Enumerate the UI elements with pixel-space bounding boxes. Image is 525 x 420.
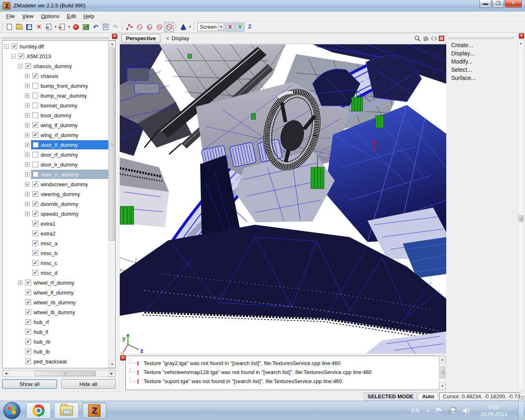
tree-item-door-rf-dummy[interactable]: +door_rf_dummy — [2, 150, 108, 160]
import-button[interactable]: ➜ — [44, 22, 54, 32]
tree-vertical-scrollbar[interactable]: ▲ ▼ — [108, 41, 115, 368]
tree-row-body[interactable]: ✔wheel_lb_dummy — [24, 308, 108, 317]
visibility-checkbox[interactable] — [32, 112, 38, 118]
command-select[interactable]: Select... — [450, 66, 515, 74]
tree-expander-icon[interactable]: − — [4, 44, 9, 49]
tree-panel-close-icon[interactable]: ✕ — [112, 34, 117, 39]
visibility-checkbox[interactable]: ✔ — [25, 329, 31, 335]
tree-expander-icon[interactable]: + — [25, 212, 30, 216]
polygons-mode-button[interactable] — [154, 22, 164, 32]
visibility-checkbox[interactable]: ✔ — [32, 211, 38, 217]
log-row[interactable]: !Texture "gray2.tga" was not found in "[… — [126, 358, 439, 368]
tree-expander-icon[interactable]: + — [25, 74, 30, 78]
visibility-checkbox[interactable]: ✔ — [25, 290, 31, 295]
combo-dropdown-icon[interactable]: ▼ — [218, 23, 224, 31]
tree-row-body[interactable]: ✔dvornik_dummy — [31, 199, 108, 208]
tree-expander-icon[interactable]: + — [18, 281, 23, 285]
tree-row-body[interactable]: ✔windscreen_dummy — [31, 180, 108, 189]
tree-item-wing-lf-dummy[interactable]: +✔wing_lf_dummy — [2, 120, 108, 130]
new-file-button[interactable] — [5, 22, 14, 32]
tree-expander-icon[interactable]: + — [25, 133, 30, 137]
visibility-checkbox[interactable]: ✔ — [25, 358, 31, 364]
save-file-button[interactable] — [24, 22, 34, 32]
show-all-button[interactable]: Show all — [2, 379, 57, 389]
visibility-checkbox[interactable]: ✔ — [32, 250, 38, 256]
script-log-button[interactable] — [100, 22, 110, 32]
tree-row-body[interactable]: bonnet_dummy — [31, 101, 108, 110]
tree-item-wing-rf-dummy[interactable]: +✔wing_rf_dummy — [2, 130, 108, 140]
visibility-checkbox[interactable]: ✔ — [32, 132, 38, 138]
tree-expander-icon[interactable]: + — [25, 84, 30, 88]
import-dropdown[interactable]: ▼ — [54, 22, 57, 32]
log-panel-close-icon[interactable]: ✕ — [120, 355, 126, 361]
tree-row-body[interactable]: ✔hub_rb — [24, 337, 108, 346]
tree-row-body[interactable]: ✔ped_backseat — [24, 357, 108, 366]
view-mode-label[interactable]: Display — [172, 35, 189, 41]
visibility-checkbox[interactable] — [33, 142, 39, 148]
tree-row-body[interactable]: ✔misc_d — [31, 268, 108, 277]
command-modify[interactable]: Modify... — [450, 57, 515, 66]
language-indicator[interactable]: EN — [411, 407, 420, 414]
taskbar-clock[interactable]: 0:15 28.09.2013 — [475, 404, 512, 418]
gizmo-dropdown[interactable]: ▼ — [188, 22, 192, 32]
tree-row-body[interactable]: door_lf_dummy — [31, 140, 108, 149]
tree-expander-icon[interactable]: + — [25, 113, 30, 118]
tree-row-body[interactable]: ✔hub_rf — [24, 317, 108, 326]
visibility-checkbox[interactable]: ✔ — [32, 191, 38, 197]
tree-item-misc-d[interactable]: ✔misc_d — [2, 268, 108, 278]
tree-expander-icon[interactable]: + — [25, 94, 30, 98]
tree-row-body[interactable]: ✔hub_lf — [24, 327, 108, 336]
material-editor-button[interactable] — [71, 22, 81, 32]
log-scrollbar[interactable]: ▲ ▼ — [439, 356, 446, 390]
tree-row-body[interactable]: ✔extra2 — [31, 229, 108, 238]
menu-view[interactable]: View — [18, 12, 37, 21]
export-dropdown[interactable]: ▼ — [67, 22, 71, 32]
visibility-checkbox[interactable] — [32, 162, 38, 167]
tree-row-body[interactable]: ✔huntley.dff — [10, 42, 108, 51]
tree-expander-icon[interactable]: + — [25, 153, 30, 157]
tree-row-body[interactable]: bump_rear_dummy — [31, 91, 108, 100]
tree-item-ped-backseat[interactable]: ✔ped_backseat — [2, 356, 108, 366]
visibility-checkbox[interactable]: ✔ — [32, 270, 38, 276]
tree-item-bump-front-dummy[interactable]: +bump_front_dummy — [2, 81, 108, 91]
tree-row-body[interactable]: ✔ped_frontseat — [24, 367, 108, 368]
volume-icon[interactable] — [462, 407, 470, 414]
tree-item-hub-rb[interactable]: ✔hub_rb — [2, 337, 108, 347]
vertices-mode-button[interactable] — [125, 22, 135, 32]
axis-z-button[interactable]: Z — [245, 23, 254, 32]
tree-row-body[interactable]: ✔wing_lf_dummy — [31, 121, 108, 130]
tree-item-bump-rear-dummy[interactable]: +bump_rear_dummy — [2, 91, 108, 100]
transform-space-combo[interactable]: Screen ▼ — [197, 23, 224, 31]
commands-scrollbar[interactable]: ▲ — [518, 39, 524, 390]
visibility-checkbox[interactable]: ✔ — [25, 280, 31, 285]
resize-grip[interactable] — [520, 396, 525, 400]
tree-item-chassis-dummy[interactable]: −✔chassis_dummy — [2, 61, 108, 71]
tree-item-extra2[interactable]: ✔extra2 — [2, 228, 108, 238]
tree-item-windscreen-dummy[interactable]: +✔windscreen_dummy — [2, 179, 108, 189]
perspective-viewport[interactable]: y z x — [120, 44, 446, 354]
visibility-checkbox[interactable]: ✔ — [32, 231, 38, 236]
tree-expander-icon[interactable]: + — [25, 103, 30, 108]
scroll-down-icon[interactable]: ▼ — [439, 383, 445, 390]
tree-row-body[interactable]: ✔wheel_rb_dummy — [24, 298, 108, 307]
commands-scrollbar-thumb[interactable] — [518, 215, 523, 222]
tree-row-body[interactable]: ✔misc_c — [31, 258, 108, 267]
log-scrollbar-thumb[interactable] — [440, 367, 445, 378]
tree-item-dvornik-dummy[interactable]: +✔dvornik_dummy — [2, 199, 108, 209]
tree-item-boot-dummy[interactable]: +boot_dummy — [2, 110, 108, 120]
scroll-up-icon[interactable]: ▲ — [439, 356, 445, 363]
objects-mode-button[interactable] — [164, 22, 174, 32]
view-back-arrow[interactable]: < — [166, 35, 169, 41]
command-create[interactable]: Create... — [450, 41, 515, 49]
tree-item-ped-frontseat[interactable]: ✔ped_frontseat — [2, 366, 108, 368]
tree-row-body[interactable]: ✔hub_lb — [24, 347, 108, 356]
tree-row-body[interactable]: ✔wheel_lf_dummy — [24, 288, 108, 297]
visibility-checkbox[interactable] — [32, 103, 38, 108]
tree-item-wheel-lf-dummy[interactable]: ✔wheel_lf_dummy — [2, 288, 108, 297]
tree-row-body[interactable]: door_rf_dummy — [31, 150, 108, 159]
scroll-left-icon[interactable]: ◀ — [2, 370, 9, 377]
auto-indicator[interactable]: Auto — [418, 393, 438, 400]
tree-row-body[interactable]: ✔X5M 2013 — [17, 52, 108, 61]
tree-expander-icon[interactable]: + — [25, 182, 30, 187]
tree-expander-icon[interactable]: + — [25, 172, 30, 177]
